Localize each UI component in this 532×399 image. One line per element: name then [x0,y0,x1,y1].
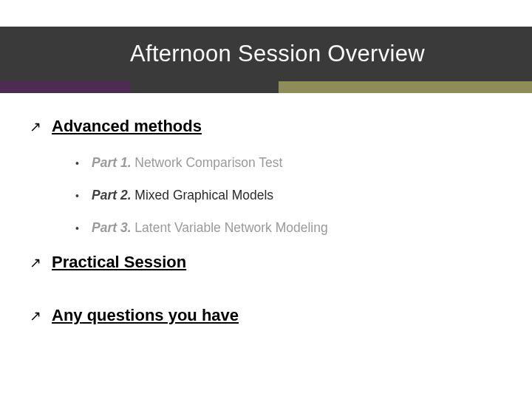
section-advanced-heading: Advanced methods [52,117,202,136]
section-practical: ↗ Practical Session [30,253,502,272]
slide-title: Afternoon Session Overview [130,41,425,67]
section-questions: ↗ Any questions you have [30,306,502,325]
content-body: ↗ Advanced methods • Part 1. Network Com… [0,93,532,325]
accent-dark [131,81,279,93]
accent-row [0,81,532,93]
arrow-icon: ↗ [30,118,52,135]
part-3-text: Latent Variable Network Modeling [132,220,328,235]
part-2-label: Part 2. [92,188,132,202]
spacer [30,281,502,306]
part-1-row: • Part 1. Network Comparison Test [75,155,502,171]
header-band: Afternoon Session Overview [0,27,532,81]
part-1-text: Network Comparison Test [132,155,283,170]
section-questions-heading: Any questions you have [52,306,239,325]
part-2-row: • Part 2. Mixed Graphical Models [75,188,502,203]
bullet-icon: • [75,222,92,234]
part-3-row: • Part 3. Latent Variable Network Modeli… [75,220,502,236]
section-advanced: ↗ Advanced methods [30,117,502,136]
accent-olive [279,81,532,93]
bullet-icon: • [75,157,92,169]
part-1-label: Part 1. [92,155,132,170]
arrow-icon: ↗ [30,254,52,271]
accent-purple [0,81,131,93]
part-2-text: Mixed Graphical Models [132,188,274,202]
bullet-icon: • [75,190,92,202]
part-3-label: Part 3. [92,220,132,235]
header-top-gap [0,0,532,27]
arrow-icon: ↗ [30,307,52,324]
slide: Afternoon Session Overview ↗ Advanced me… [0,0,532,399]
spacer [30,145,502,155]
section-practical-heading: Practical Session [52,253,186,272]
